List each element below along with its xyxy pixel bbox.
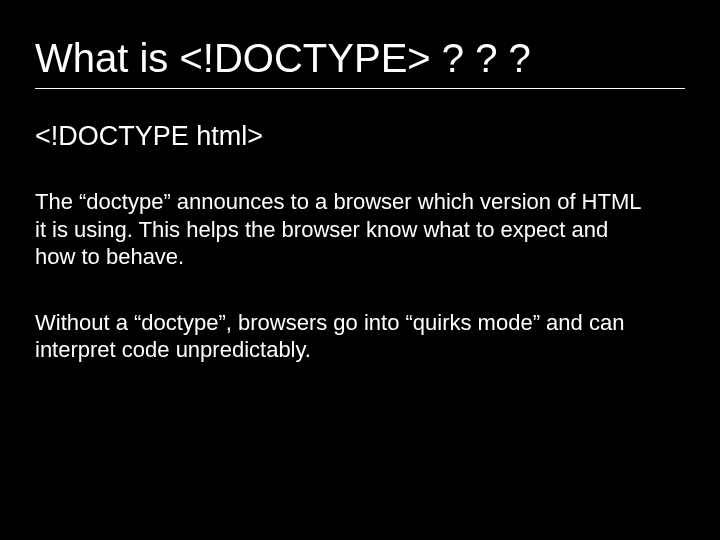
slide-title: What is <!DOCTYPE> ? ? ? (35, 36, 685, 89)
paragraph-2: Without a “doctype”, browsers go into “q… (35, 309, 645, 364)
doctype-example: <!DOCTYPE html> (35, 121, 685, 152)
paragraph-1: The “doctype” announces to a browser whi… (35, 188, 645, 271)
slide: What is <!DOCTYPE> ? ? ? <!DOCTYPE html>… (0, 0, 720, 540)
